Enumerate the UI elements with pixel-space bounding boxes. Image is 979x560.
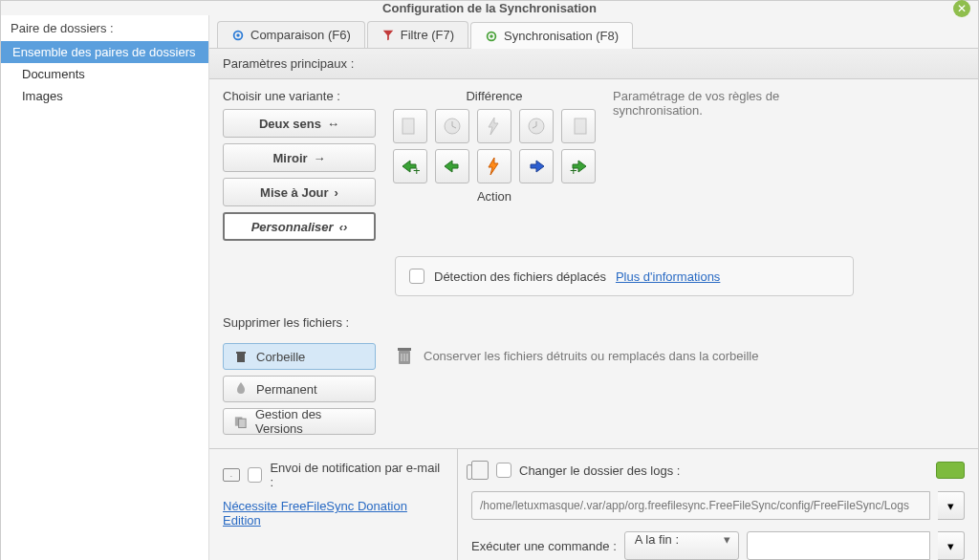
action-label: Action: [477, 189, 511, 204]
variant-custom-button[interactable]: Personnaliser ‹›: [223, 212, 376, 241]
detect-moved-box: Détection des fichiers déplacés Plus d'i…: [395, 256, 854, 296]
execute-command-dropdown[interactable]: ▾: [938, 531, 965, 560]
email-checkbox[interactable]: [248, 467, 263, 483]
tab-sync-label: Synchronisation (F8): [504, 29, 619, 43]
update-arrow-icon: ›: [335, 185, 338, 200]
gear-icon: [231, 29, 245, 42]
delete-trash-button[interactable]: Corbeille: [223, 343, 376, 370]
svg-rect-11: [236, 352, 246, 354]
execute-command-label: Exécuter une commande :: [471, 539, 617, 553]
main-params-heading: Paramètres principaux :: [209, 49, 978, 79]
sidebar-item-documents[interactable]: Documents: [1, 63, 208, 85]
log-path-dropdown[interactable]: ▾: [938, 491, 965, 520]
execute-command-input[interactable]: [747, 531, 930, 560]
svg-text:+: +: [570, 163, 577, 177]
mail-icon: [223, 468, 240, 482]
diff-right-newer-icon[interactable]: [519, 109, 554, 143]
diff-left-only-icon[interactable]: [393, 109, 427, 143]
variant-mirror-button[interactable]: Miroir →: [223, 143, 376, 172]
svg-point-1: [236, 33, 240, 37]
sidebar-item-all-pairs[interactable]: Ensemble des paires de dossiers: [1, 41, 208, 63]
delete-files-label: Supprimer les fichiers :: [223, 315, 965, 330]
tab-sync[interactable]: Synchronisation (F8): [470, 22, 633, 49]
tab-comparison[interactable]: Comparaison (F6): [217, 21, 365, 48]
sidebar: Paire de dossiers : Ensemble des paires …: [1, 15, 209, 560]
variant-update-button[interactable]: Mise à Jour ›: [223, 178, 376, 206]
action-copy-right-button[interactable]: [435, 149, 469, 183]
delete-permanent-button[interactable]: Permanent: [223, 376, 376, 402]
svg-rect-13: [239, 419, 246, 427]
log-path-input[interactable]: [471, 491, 930, 520]
twoway-arrow-icon: ↔: [327, 117, 339, 131]
change-log-folder-label: Changer le dossier des logs :: [519, 463, 680, 478]
action-conflict-button[interactable]: [477, 149, 511, 183]
svg-rect-15: [398, 348, 411, 351]
svg-rect-4: [402, 118, 414, 134]
difference-label: Différence: [466, 89, 522, 103]
diff-right-only-icon[interactable]: [561, 109, 596, 143]
tab-comparison-label: Comparaison (F6): [250, 28, 351, 42]
sync-help-text: Paramétrage de vos règles de synchronisa…: [613, 89, 804, 118]
flame-icon: [233, 381, 249, 397]
window-title: Configuration de la Synchronisation: [382, 1, 597, 15]
tab-filter-label: Filtre (F7): [401, 28, 454, 42]
execute-when-select[interactable]: A la fin :: [624, 531, 739, 560]
log-icon: [471, 461, 489, 480]
action-copy-left-button[interactable]: [519, 149, 554, 183]
sync-gear-icon: [485, 30, 498, 43]
action-copy-right-plus-button[interactable]: +: [393, 149, 427, 183]
titlebar: Configuration de la Synchronisation ✕: [1, 1, 978, 15]
variant-twoway-button[interactable]: Deux sens ↔: [223, 109, 376, 138]
log-folder-browse-button[interactable]: [936, 462, 965, 479]
custom-arrow-icon: ‹›: [339, 220, 348, 234]
more-info-link[interactable]: Plus d'informations: [616, 269, 720, 284]
delete-versioning-button[interactable]: Gestion des Versions: [223, 408, 376, 435]
detect-moved-label: Détection des fichiers déplacés: [434, 269, 606, 284]
close-icon[interactable]: ✕: [953, 0, 970, 17]
funnel-icon: [381, 29, 395, 42]
svg-text:+: +: [413, 163, 421, 177]
change-log-folder-checkbox[interactable]: [496, 463, 511, 478]
recycle-bin-icon: [395, 345, 414, 366]
sidebar-item-images[interactable]: Images: [1, 85, 208, 107]
tab-filter[interactable]: Filtre (F7): [367, 21, 468, 48]
email-label: Envoi de notification par e-mail :: [270, 461, 444, 489]
trash-info-text: Conserver les fichiers détruits ou rempl…: [424, 349, 758, 363]
tabs: Comparaison (F6) Filtre (F7) Synchronisa…: [209, 15, 978, 49]
diff-left-newer-icon[interactable]: [435, 109, 469, 143]
trash-icon: [233, 349, 249, 364]
svg-rect-10: [237, 354, 245, 362]
detect-moved-checkbox[interactable]: [409, 269, 424, 284]
svg-point-3: [490, 34, 493, 38]
mirror-arrow-icon: →: [314, 151, 326, 165]
versions-icon: [233, 414, 248, 429]
diff-conflict-icon[interactable]: [477, 109, 511, 143]
sidebar-header: Paire de dossiers :: [1, 15, 208, 41]
choose-variant-label: Choisir une variante :: [223, 89, 376, 103]
svg-rect-7: [575, 118, 586, 134]
action-copy-left-plus-button[interactable]: +: [561, 149, 596, 183]
donation-link[interactable]: Nécessite FreeFileSync Donation Edition: [223, 499, 444, 528]
